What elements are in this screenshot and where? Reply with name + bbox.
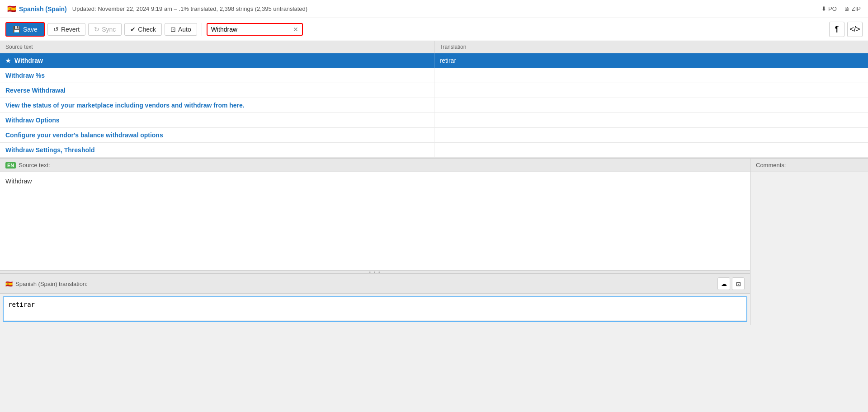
upload-translation-button[interactable]: ☁ — [717, 277, 730, 290]
string-translation-cell: retirar — [434, 53, 868, 68]
po-download-button[interactable]: ⬇ PO — [821, 5, 837, 12]
source-column-header: Source text — [0, 41, 434, 53]
search-box: ✕ — [207, 23, 303, 36]
resize-handle[interactable]: • • • — [0, 270, 750, 274]
pilcrow-button[interactable]: ¶ — [829, 22, 844, 37]
string-translation-cell — [434, 68, 868, 83]
string-source-cell: Withdraw — [0, 53, 434, 68]
string-source-text: Configure your vendor's balance withdraw… — [5, 131, 163, 139]
auto-button[interactable]: ⊡ Auto — [165, 23, 197, 36]
bottom-section: EN Source text: Withdraw • • • 🇪🇸 Spanis… — [0, 158, 868, 325]
comments-panel: Comments: — [750, 159, 868, 325]
comments-label: Comments: — [756, 162, 786, 169]
translation-input-wrapper — [3, 296, 747, 322]
string-source-text: Withdraw %s — [5, 72, 45, 79]
string-row[interactable]: Withdraw Options — [0, 113, 868, 128]
string-source-cell: Reverse Withdrawal — [0, 83, 434, 98]
robot-icon: ⊡ — [736, 281, 741, 287]
upload-icon: ☁ — [721, 281, 727, 287]
revert-button[interactable]: ↺ Revert — [47, 23, 85, 36]
revert-label: Revert — [61, 26, 80, 33]
translation-header-left: 🇪🇸 Spanish (Spain) translation: — [5, 281, 88, 287]
save-button[interactable]: 💾 Save — [5, 22, 45, 37]
comments-panel-header: Comments: — [750, 159, 868, 172]
header-flag: 🇪🇸 — [7, 5, 16, 13]
code-icon: </> — [849, 25, 860, 33]
translation-flag: 🇪🇸 — [5, 281, 13, 287]
string-source-text: Withdraw — [14, 57, 43, 64]
source-panel: EN Source text: Withdraw • • • 🇪🇸 Spanis… — [0, 159, 750, 325]
string-row[interactable]: View the status of your marketplace incl… — [0, 98, 868, 113]
check-label: Check — [138, 26, 156, 33]
string-translation-cell — [434, 128, 868, 142]
string-row[interactable]: Withdrawretirar — [0, 53, 868, 68]
string-source-cell: Withdraw Options — [0, 113, 434, 127]
translation-section: 🇪🇸 Spanish (Spain) translation: ☁ ⊡ — [0, 274, 750, 325]
string-source-cell: Withdraw Settings, Threshold — [0, 143, 434, 157]
translation-column-header: Translation — [434, 41, 868, 53]
string-source-text: View the status of your marketplace incl… — [5, 102, 245, 109]
header-language: Spanish (Spain) — [19, 5, 67, 13]
string-source-text: Reverse Withdrawal — [5, 87, 66, 94]
header-right: ⬇ PO 🗎 ZIP — [821, 5, 861, 12]
check-icon: ✔ — [130, 26, 136, 33]
po-label: PO — [828, 5, 837, 12]
string-row[interactable]: Configure your vendor's balance withdraw… — [0, 128, 868, 143]
string-translation-cell — [434, 98, 868, 112]
top-header: 🇪🇸 Spanish (Spain) Updated: November 22,… — [0, 0, 868, 18]
toolbar: 💾 Save ↺ Revert ↻ Sync ✔ Check ⊡ Auto ✕ … — [0, 18, 868, 41]
save-label: Save — [23, 26, 38, 33]
string-translation-cell — [434, 143, 868, 157]
column-headers: Source text Translation — [0, 41, 868, 53]
string-translation-cell — [434, 83, 868, 98]
source-panel-label: Source text: — [19, 162, 50, 169]
search-clear-button[interactable]: ✕ — [293, 26, 298, 33]
sync-label: Sync — [102, 26, 116, 33]
revert-icon: ↺ — [53, 26, 59, 33]
star-icon — [5, 57, 11, 64]
string-row[interactable]: Withdraw Settings, Threshold — [0, 143, 868, 158]
auto-icon: ⊡ — [170, 26, 176, 33]
string-source-cell: Configure your vendor's balance withdraw… — [0, 128, 434, 142]
string-source-cell: Withdraw %s — [0, 68, 434, 83]
source-panel-inner: EN Source text: Withdraw — [0, 159, 750, 270]
string-source-cell: View the status of your marketplace incl… — [0, 98, 434, 112]
zip-icon: 🗎 — [844, 5, 850, 12]
string-source-text: Withdraw Settings, Threshold — [5, 146, 94, 154]
auto-label: Auto — [178, 26, 191, 33]
string-translation-cell — [434, 113, 868, 127]
string-row[interactable]: Withdraw %s — [0, 68, 868, 83]
en-badge: EN — [5, 162, 16, 169]
header-meta: Updated: November 22, 2024 9:19 am – .1%… — [72, 5, 307, 12]
toolbar-separator — [202, 23, 202, 36]
po-icon: ⬇ — [821, 5, 826, 12]
check-button[interactable]: ✔ Check — [124, 23, 162, 36]
header-left: 🇪🇸 Spanish (Spain) Updated: November 22,… — [7, 5, 307, 13]
source-panel-header: EN Source text: — [0, 159, 750, 172]
search-input[interactable] — [211, 26, 290, 33]
code-button[interactable]: </> — [847, 22, 863, 37]
zip-download-button[interactable]: 🗎 ZIP — [844, 5, 861, 12]
zip-label: ZIP — [852, 5, 861, 12]
translation-header-right: ☁ ⊡ — [717, 277, 745, 290]
auto-translate-button[interactable]: ⊡ — [732, 277, 745, 290]
pilcrow-icon: ¶ — [835, 25, 839, 33]
sync-icon: ↻ — [94, 26, 99, 33]
translation-header: 🇪🇸 Spanish (Spain) translation: ☁ ⊡ — [0, 274, 750, 294]
source-text-content: Withdraw — [0, 172, 750, 270]
string-row[interactable]: Reverse Withdrawal — [0, 83, 868, 98]
string-source-text: Withdraw Options — [5, 117, 60, 124]
translation-label: Spanish (Spain) translation: — [15, 281, 88, 287]
save-icon: 💾 — [13, 26, 20, 33]
string-list: WithdrawretirarWithdraw %sReverse Withdr… — [0, 53, 868, 158]
translation-input[interactable] — [4, 297, 746, 320]
sync-button[interactable]: ↻ Sync — [88, 23, 122, 36]
